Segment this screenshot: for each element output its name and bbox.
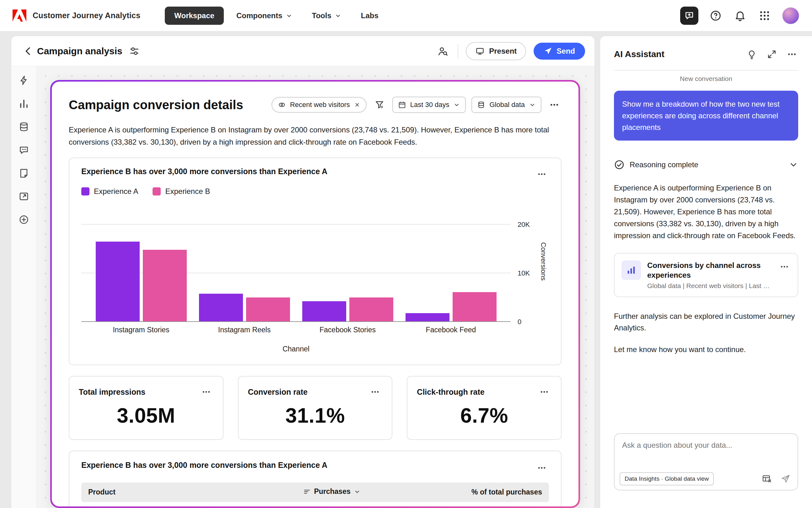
toolbar-divider	[458, 44, 458, 58]
chart-more-icon[interactable]	[534, 167, 549, 181]
table-more-icon[interactable]	[534, 461, 549, 475]
x-tick-label: Facebook Feed	[399, 326, 502, 334]
bar-group	[193, 294, 296, 321]
legend-item-experience-b[interactable]: Experience B	[153, 187, 210, 196]
ai-assistant-panel: AI Assistant New conversation Show me a …	[600, 36, 812, 508]
y-axis: 010K20K	[511, 201, 538, 322]
segment-chip[interactable]: Recent web visitors	[272, 97, 367, 113]
bar-experience-a[interactable]	[302, 301, 346, 321]
send-message-icon[interactable]	[779, 472, 792, 485]
segment-icon	[278, 101, 286, 109]
check-circle-icon	[614, 159, 624, 170]
apps-grid-icon[interactable]	[758, 8, 772, 23]
x-tick-label: Instagram Reels	[193, 326, 296, 334]
y-tick-label: 20K	[518, 221, 530, 229]
metric-label: Click-through rate	[417, 387, 484, 396]
metric-more-icon[interactable]	[199, 385, 213, 399]
expand-icon[interactable]	[766, 48, 778, 60]
gridline	[81, 321, 511, 322]
table-row[interactable]: Foldable chair 4,854 46.5%	[81, 502, 549, 507]
plot-area	[81, 201, 511, 321]
notifications-button[interactable]	[733, 8, 747, 23]
left-icon-rail	[11, 66, 36, 508]
user-search-icon[interactable]	[435, 44, 450, 59]
chart-title: Experience B has over 3,000 more convers…	[81, 167, 327, 176]
bar-chart: Instagram StoriesInstagram ReelsFacebook…	[81, 201, 549, 353]
user-message-bubble: Show me a breakdown of how the two new t…	[614, 91, 798, 140]
user-avatar[interactable]	[782, 7, 800, 25]
nav-item-tools[interactable]: Tools	[305, 7, 349, 25]
chevron-down-icon	[286, 12, 292, 19]
lightbulb-icon[interactable]	[745, 48, 758, 60]
help-button[interactable]	[708, 8, 723, 23]
x-tick-label: Instagram Stories	[89, 326, 193, 334]
project-toolbar: Campaign analysis Present	[11, 36, 595, 66]
nav-item-workspace[interactable]: Workspace	[165, 7, 224, 25]
resource-card-subtitle: Global data | Recent web visitors | Last…	[647, 282, 772, 290]
panel-summary: Experience A is outperforming Experience…	[69, 124, 562, 148]
conversation-divider-label: New conversation	[614, 75, 798, 83]
bar-experience-b[interactable]	[453, 292, 496, 321]
legend-label: Experience B	[165, 187, 210, 196]
legend-item-experience-a[interactable]: Experience A	[81, 187, 138, 196]
metric-cards-row: Total impressions 3.05M Conversion rate	[69, 376, 562, 440]
quick-insights-bolt-icon[interactable]	[16, 73, 31, 88]
notes-icon[interactable]	[16, 166, 31, 180]
ai-generated-panel-frame: Campaign conversion details Recent web v…	[50, 80, 580, 508]
bar-experience-b[interactable]	[246, 297, 290, 321]
column-header-product[interactable]: Product	[81, 482, 296, 502]
panel-more-icon[interactable]	[547, 97, 562, 112]
back-button[interactable]	[21, 44, 36, 59]
send-icon	[544, 47, 553, 55]
comments-icon[interactable]	[16, 143, 31, 157]
metric-more-icon[interactable]	[368, 385, 382, 399]
bar-experience-a[interactable]	[199, 294, 243, 321]
experiences-icon[interactable]	[16, 189, 31, 204]
present-button[interactable]: Present	[466, 42, 526, 60]
nav-item-components[interactable]: Components	[230, 7, 299, 25]
metric-value: 3.05M	[79, 404, 213, 427]
ai-question-input-box[interactable]: Data Insights · Global data view	[614, 433, 798, 491]
panel-title: Campaign conversion details	[69, 98, 243, 112]
bar-experience-a[interactable]	[406, 313, 449, 321]
panel-header: Campaign conversion details Recent web v…	[69, 97, 562, 113]
chevron-down-icon	[354, 488, 361, 495]
context-chip[interactable]: Data Insights · Global data view	[620, 472, 714, 485]
remove-chip-icon[interactable]	[354, 102, 360, 108]
nav-item-labs[interactable]: Labs	[354, 7, 385, 25]
column-header-purchases[interactable]: Purchases	[296, 482, 399, 502]
x-axis-labels: Instagram StoriesInstagram ReelsFacebook…	[81, 326, 511, 334]
ai-more-icon[interactable]	[786, 48, 798, 60]
y-tick-label: 0	[518, 318, 521, 326]
cell-product: Foldable chair	[81, 502, 296, 507]
data-view-icon[interactable]	[761, 472, 773, 485]
add-panel-icon[interactable]	[16, 212, 31, 227]
ai-chat-icon	[684, 11, 694, 21]
bar-experience-b[interactable]	[349, 297, 393, 321]
cell-percent: 46.5%	[399, 502, 549, 507]
reasoning-status-row[interactable]: Reasoning complete	[614, 159, 798, 170]
metric-more-icon[interactable]	[537, 385, 552, 399]
data-icon[interactable]	[16, 120, 31, 134]
purchases-table: Product Purchases	[81, 482, 549, 506]
send-button[interactable]: Send	[534, 43, 585, 59]
ai-assistant-toggle-button[interactable]	[680, 7, 698, 25]
content-row: Campaign analysis Present	[0, 31, 812, 508]
chevron-down-icon[interactable]	[789, 160, 798, 169]
metric-card-click-through-rate: Click-through rate 6.7%	[407, 376, 562, 440]
ai-question-input[interactable]	[622, 441, 790, 450]
bar-experience-a[interactable]	[96, 242, 140, 321]
date-range-select[interactable]: Last 30 days	[392, 97, 466, 113]
top-actions	[680, 7, 800, 25]
workspace-panel: Campaign analysis Present	[11, 36, 595, 508]
resource-card-conversions[interactable]: Conversions by channel across experience…	[614, 253, 798, 297]
resource-more-icon[interactable]	[778, 260, 790, 273]
visualizations-icon[interactable]	[16, 96, 31, 111]
legend-swatch-a	[81, 187, 89, 196]
view-settings-icon[interactable]	[127, 44, 142, 59]
cell-purchases: 4,854	[296, 502, 399, 507]
column-header-percent[interactable]: % of total purchases	[399, 482, 549, 502]
bar-experience-b[interactable]	[143, 250, 187, 321]
data-view-select[interactable]: Global data	[472, 97, 541, 113]
filter-bolt-icon[interactable]	[372, 97, 387, 112]
